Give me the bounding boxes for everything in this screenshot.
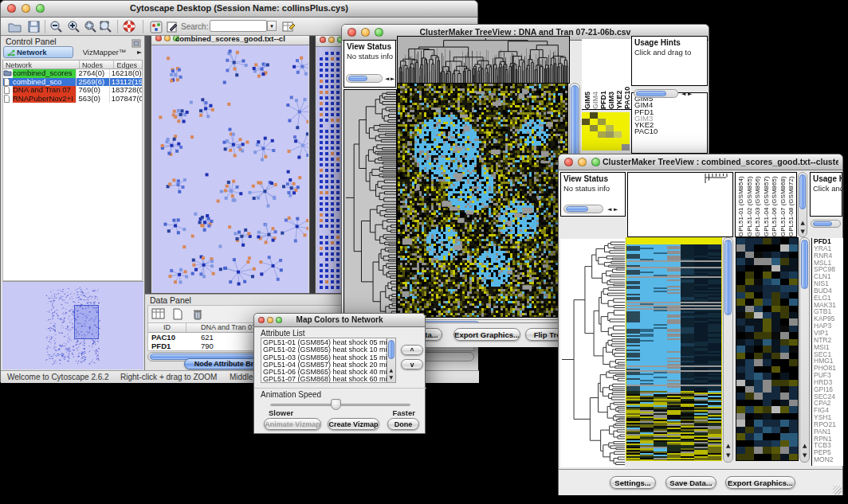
attribute-list-scroll-thumb[interactable] xyxy=(388,340,395,359)
treeview2-view-status-scrollbar[interactable] xyxy=(563,205,603,213)
scroll-down-icon[interactable]: ▼ xyxy=(726,453,730,459)
search-input[interactable] xyxy=(210,20,267,32)
treeview1-usage-scrollbar[interactable] xyxy=(634,89,678,98)
treeview2-button-export-graphics-[interactable]: Export Graphics... xyxy=(725,476,795,489)
network-list-row[interactable]: combined_scores2764(0)16218(0) xyxy=(3,69,142,78)
close-button[interactable] xyxy=(7,4,16,13)
treeview2-usage-scrollbar[interactable] xyxy=(811,220,841,228)
scroll-down-icon[interactable]: ▼ xyxy=(801,229,805,235)
create-vizmap-button[interactable]: Create Vizmap xyxy=(328,418,379,430)
treeview2-header-vscrollbar[interactable]: ▲ ▼ xyxy=(798,172,807,237)
treeview2-button-save-data-[interactable]: Save Data... xyxy=(665,476,716,489)
scroll-down-icon[interactable]: ▼ xyxy=(390,374,394,380)
zoom-vscroll-thumb[interactable] xyxy=(801,240,808,289)
table-view-icon[interactable] xyxy=(151,307,165,321)
network-list-row[interactable]: RNAPuberNov2+I563(0)107847(0) xyxy=(3,95,142,104)
scroll-down-icon[interactable]: ▼ xyxy=(803,453,807,459)
attribute-list-item[interactable]: GPL51-07 (GSM868) heat shock 60 min xyxy=(261,376,386,383)
window-resize-grip[interactable] xyxy=(833,486,842,494)
tab-network-label: Network xyxy=(17,48,46,57)
treeview1-zoom-matrix[interactable] xyxy=(582,112,630,150)
treeview2-button-settings-[interactable]: Settings... xyxy=(610,476,656,489)
scroll-right-icon[interactable]: ► xyxy=(688,92,692,97)
animate-vizmap-button[interactable]: Animate Vizmap xyxy=(264,418,321,430)
open-file-icon[interactable] xyxy=(7,20,22,33)
treeview1-column-dendrogram[interactable] xyxy=(397,36,570,84)
treeview1-button-export-graphics-[interactable]: Export Graphics... xyxy=(453,328,520,341)
network-view-canvas[interactable] xyxy=(152,45,308,293)
column-header-edges[interactable]: Edges xyxy=(114,61,142,68)
vizmapper-icon[interactable] xyxy=(149,20,163,33)
zoom-in-icon[interactable] xyxy=(66,20,80,33)
network-list-row[interactable]: combined_sco2569(6)13112(15) xyxy=(3,78,142,87)
column-header-nodes[interactable]: Nodes xyxy=(80,61,115,68)
treeview2-zoom-heatmap[interactable] xyxy=(736,237,799,461)
treeview2-global-heatmap[interactable] xyxy=(626,237,722,461)
frame2-minimize-button[interactable] xyxy=(328,37,335,43)
search-dropdown-icon[interactable]: ▾ xyxy=(267,21,277,31)
network-table-header[interactable]: Network Nodes Edges xyxy=(2,60,143,69)
scroll-right-icon[interactable]: ► xyxy=(391,76,395,82)
frame1-close-button[interactable] xyxy=(155,36,162,41)
dialog-titlebar[interactable]: Map Colors to Network xyxy=(254,314,425,327)
treeview2-row-dendrogram[interactable] xyxy=(560,239,625,467)
save-icon[interactable] xyxy=(26,20,41,33)
zoom-out-icon[interactable] xyxy=(49,20,63,33)
treeview2-global-vscrollbar[interactable]: ▲ ▼ xyxy=(723,237,733,463)
birdseye-panel[interactable] xyxy=(2,281,143,369)
annotation-icon[interactable] xyxy=(165,20,179,33)
network-frame-1[interactable]: combined_scores_good.txt--cluste... xyxy=(151,36,310,294)
treeview2-close-button[interactable] xyxy=(564,158,573,166)
global-vscroll-thumb[interactable] xyxy=(724,240,732,315)
scroll-left-icon[interactable]: ◄ xyxy=(681,92,685,97)
usage-scroll-thumb[interactable] xyxy=(813,221,832,226)
main-titlebar[interactable]: Cytoscape Desktop (Session Name: collins… xyxy=(1,1,477,18)
treeview2-titlebar[interactable]: ClusterMaker TreeView : combined_scores_… xyxy=(559,154,842,170)
treeview2-usage-hints: Usage Hi Click and xyxy=(810,172,842,217)
view-status-scroll-thumb[interactable] xyxy=(348,76,367,81)
scroll-up-icon[interactable]: ▲ xyxy=(801,221,805,226)
delete-attribute-icon[interactable] xyxy=(190,307,205,321)
treeview2-zoom-vscrollbar[interactable]: ▲ ▼ xyxy=(799,237,810,463)
frame2-close-button[interactable] xyxy=(320,37,326,43)
dialog-close-button[interactable] xyxy=(258,317,265,323)
scroll-up-icon[interactable]: ▲ xyxy=(390,367,394,373)
tab-vizmapper[interactable]: VizMapper™ xyxy=(75,46,134,58)
slider-thumb[interactable] xyxy=(331,399,341,410)
zoom-fit-icon[interactable] xyxy=(98,20,112,33)
new-attribute-icon[interactable] xyxy=(171,307,185,321)
treeview1-usage-scroll-thumb[interactable] xyxy=(636,91,666,96)
treeview2-column-dendrogram[interactable] xyxy=(627,172,733,237)
network-frame-1-titlebar[interactable]: combined_scores_good.txt--cluste... xyxy=(151,36,309,45)
network-name: combined_sco xyxy=(13,78,76,87)
zoom-selected-icon[interactable] xyxy=(83,20,97,33)
view-status-scrollbar[interactable] xyxy=(346,74,383,83)
data-column-id[interactable]: ID xyxy=(148,323,186,332)
treeview1-global-heatmap[interactable] xyxy=(397,83,568,318)
scroll-up-icon[interactable]: ▲ xyxy=(803,443,807,449)
frame1-minimize-button[interactable] xyxy=(164,36,171,41)
done-button[interactable]: Done xyxy=(387,418,419,430)
treeview1-close-button[interactable] xyxy=(347,28,356,37)
treeview2-minimize-button[interactable] xyxy=(578,158,587,166)
network-list-row[interactable]: DNA and Tran 07769(0)183728(0) xyxy=(3,86,142,95)
dialog-minimize-button[interactable] xyxy=(267,317,273,323)
tab-network[interactable]: Network xyxy=(3,46,73,58)
birdseye-canvas[interactable] xyxy=(2,282,143,369)
view-status-scroll-thumb[interactable] xyxy=(566,206,588,212)
move-down-button[interactable]: v xyxy=(401,359,423,369)
header-vscroll-thumb[interactable] xyxy=(799,174,806,209)
help-lifering-icon[interactable] xyxy=(122,20,136,33)
tab-overflow-icon[interactable]: ► xyxy=(137,49,142,55)
treeview1-view-status: View Status No status info f ◄ ► xyxy=(344,40,396,88)
scroll-left-icon[interactable]: ◄ xyxy=(607,207,611,213)
scroll-right-icon[interactable]: ► xyxy=(614,207,618,213)
attribute-list-scrollbar[interactable]: ▲ ▼ xyxy=(387,338,395,382)
treeview2-zoom-button[interactable] xyxy=(591,158,600,166)
attribute-browser-icon[interactable] xyxy=(281,20,296,33)
scroll-left-icon[interactable]: ◄ xyxy=(385,76,389,82)
column-header-network[interactable]: Network xyxy=(3,61,80,68)
treeview1-row-dendrogram[interactable] xyxy=(344,89,397,324)
move-up-button[interactable]: ^ xyxy=(401,345,423,355)
scroll-up-icon[interactable]: ▲ xyxy=(726,443,730,449)
